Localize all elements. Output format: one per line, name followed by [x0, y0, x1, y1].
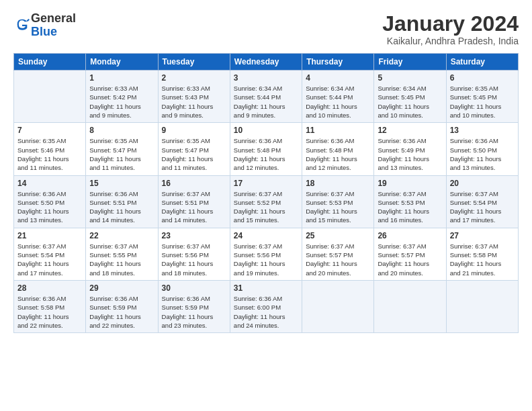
day-number: 8	[89, 126, 154, 135]
header-friday: Friday	[374, 54, 446, 71]
cell-info: Sunrise: 6:37 AM Sunset: 5:52 PM Dayligh…	[234, 189, 298, 225]
cell-info: Sunrise: 6:33 AM Sunset: 5:42 PM Dayligh…	[89, 84, 154, 120]
cell-info: Sunrise: 6:37 AM Sunset: 5:53 PM Dayligh…	[378, 189, 442, 225]
header-row: SundayMondayTuesdayWednesdayThursdayFrid…	[14, 54, 519, 71]
calendar-cell: 14Sunrise: 6:36 AM Sunset: 5:50 PM Dayli…	[14, 175, 86, 228]
calendar-cell: 24Sunrise: 6:37 AM Sunset: 5:56 PM Dayli…	[230, 228, 302, 280]
day-number: 5	[378, 73, 442, 83]
week-row-4: 28Sunrise: 6:36 AM Sunset: 5:58 PM Dayli…	[14, 280, 519, 332]
calendar-cell: 4Sunrise: 6:34 AM Sunset: 5:44 PM Daylig…	[302, 71, 374, 123]
logo-blue: Blue	[31, 25, 57, 38]
day-number: 29	[89, 283, 154, 293]
logo-general: General	[31, 11, 76, 25]
cell-info: Sunrise: 6:36 AM Sunset: 6:00 PM Dayligh…	[234, 294, 298, 330]
day-number: 9	[162, 126, 226, 135]
calendar-cell: 10Sunrise: 6:36 AM Sunset: 5:48 PM Dayli…	[230, 123, 302, 175]
cell-info: Sunrise: 6:35 AM Sunset: 5:45 PM Dayligh…	[450, 84, 515, 120]
calendar-cell: 31Sunrise: 6:36 AM Sunset: 6:00 PM Dayli…	[230, 280, 302, 332]
cell-info: Sunrise: 6:36 AM Sunset: 5:49 PM Dayligh…	[378, 136, 442, 172]
cell-info: Sunrise: 6:35 AM Sunset: 5:47 PM Dayligh…	[162, 136, 226, 172]
title-block: January 2024 Kaikalur, Andhra Pradesh, I…	[382, 12, 519, 46]
calendar-cell: 16Sunrise: 6:37 AM Sunset: 5:51 PM Dayli…	[158, 175, 230, 228]
calendar-cell: 3Sunrise: 6:34 AM Sunset: 5:44 PM Daylig…	[230, 71, 302, 123]
day-number: 15	[89, 179, 154, 188]
calendar-cell: 9Sunrise: 6:35 AM Sunset: 5:47 PM Daylig…	[158, 123, 230, 175]
day-number: 7	[17, 126, 82, 135]
page: General Blue January 2024 Kaikalur, Andh…	[0, 0, 532, 340]
calendar-cell: 20Sunrise: 6:37 AM Sunset: 5:54 PM Dayli…	[446, 175, 518, 228]
calendar-cell: 13Sunrise: 6:36 AM Sunset: 5:50 PM Dayli…	[446, 123, 518, 175]
header-monday: Monday	[86, 54, 158, 71]
week-row-2: 14Sunrise: 6:36 AM Sunset: 5:50 PM Dayli…	[14, 175, 519, 228]
day-number: 25	[306, 231, 370, 240]
week-row-0: 1Sunrise: 6:33 AM Sunset: 5:42 PM Daylig…	[14, 71, 519, 123]
calendar-cell	[446, 280, 518, 332]
day-number: 28	[17, 283, 82, 293]
day-number: 11	[306, 126, 370, 135]
day-number: 17	[234, 179, 298, 188]
day-number: 20	[450, 179, 515, 188]
day-number: 1	[89, 73, 154, 83]
day-number: 21	[17, 231, 82, 240]
day-number: 18	[306, 179, 370, 188]
header-thursday: Thursday	[302, 54, 374, 71]
header: General Blue January 2024 Kaikalur, Andh…	[13, 12, 519, 46]
day-number: 31	[234, 283, 298, 293]
cell-info: Sunrise: 6:37 AM Sunset: 5:51 PM Dayligh…	[162, 189, 226, 225]
day-number: 4	[306, 73, 370, 83]
cell-info: Sunrise: 6:35 AM Sunset: 5:47 PM Dayligh…	[89, 136, 154, 172]
cell-info: Sunrise: 6:37 AM Sunset: 5:57 PM Dayligh…	[378, 242, 442, 277]
day-number: 19	[378, 179, 442, 188]
header-wednesday: Wednesday	[230, 54, 302, 71]
cell-info: Sunrise: 6:37 AM Sunset: 5:54 PM Dayligh…	[450, 189, 515, 225]
logo-icon	[15, 17, 30, 32]
cell-info: Sunrise: 6:36 AM Sunset: 5:50 PM Dayligh…	[17, 189, 82, 225]
calendar-cell: 25Sunrise: 6:37 AM Sunset: 5:57 PM Dayli…	[302, 228, 374, 280]
header-tuesday: Tuesday	[158, 54, 230, 71]
calendar-cell: 29Sunrise: 6:36 AM Sunset: 5:59 PM Dayli…	[86, 280, 158, 332]
cell-info: Sunrise: 6:36 AM Sunset: 5:59 PM Dayligh…	[162, 294, 226, 330]
month-title: January 2024	[382, 12, 519, 36]
calendar-cell: 7Sunrise: 6:35 AM Sunset: 5:46 PM Daylig…	[14, 123, 86, 175]
cell-info: Sunrise: 6:36 AM Sunset: 5:48 PM Dayligh…	[234, 136, 298, 172]
calendar-cell: 2Sunrise: 6:33 AM Sunset: 5:43 PM Daylig…	[158, 71, 230, 123]
calendar-cell: 5Sunrise: 6:34 AM Sunset: 5:45 PM Daylig…	[374, 71, 446, 123]
calendar-cell: 8Sunrise: 6:35 AM Sunset: 5:47 PM Daylig…	[86, 123, 158, 175]
calendar-cell: 15Sunrise: 6:36 AM Sunset: 5:51 PM Dayli…	[86, 175, 158, 228]
calendar-table: SundayMondayTuesdayWednesdayThursdayFrid…	[13, 53, 519, 333]
calendar-cell: 18Sunrise: 6:37 AM Sunset: 5:53 PM Dayli…	[302, 175, 374, 228]
cell-info: Sunrise: 6:37 AM Sunset: 5:56 PM Dayligh…	[234, 242, 298, 277]
week-row-1: 7Sunrise: 6:35 AM Sunset: 5:46 PM Daylig…	[14, 123, 519, 175]
calendar-cell: 28Sunrise: 6:36 AM Sunset: 5:58 PM Dayli…	[14, 280, 86, 332]
day-number: 3	[234, 73, 298, 83]
day-number: 14	[17, 179, 82, 188]
day-number: 12	[378, 126, 442, 135]
day-number: 30	[162, 283, 226, 293]
cell-info: Sunrise: 6:36 AM Sunset: 5:48 PM Dayligh…	[306, 136, 370, 172]
cell-info: Sunrise: 6:37 AM Sunset: 5:54 PM Dayligh…	[17, 242, 82, 277]
calendar-cell: 21Sunrise: 6:37 AM Sunset: 5:54 PM Dayli…	[14, 228, 86, 280]
day-number: 13	[450, 126, 515, 135]
logo: General Blue	[13, 12, 76, 39]
calendar-cell	[302, 280, 374, 332]
calendar-cell	[374, 280, 446, 332]
day-number: 27	[450, 231, 515, 240]
cell-info: Sunrise: 6:35 AM Sunset: 5:46 PM Dayligh…	[17, 136, 82, 172]
cell-info: Sunrise: 6:37 AM Sunset: 5:57 PM Dayligh…	[306, 242, 370, 277]
cell-info: Sunrise: 6:36 AM Sunset: 5:51 PM Dayligh…	[89, 189, 154, 225]
cell-info: Sunrise: 6:37 AM Sunset: 5:56 PM Dayligh…	[162, 242, 226, 277]
day-number: 10	[234, 126, 298, 135]
calendar-cell: 26Sunrise: 6:37 AM Sunset: 5:57 PM Dayli…	[374, 228, 446, 280]
cell-info: Sunrise: 6:36 AM Sunset: 5:58 PM Dayligh…	[17, 294, 82, 330]
cell-info: Sunrise: 6:37 AM Sunset: 5:55 PM Dayligh…	[89, 242, 154, 277]
calendar-cell: 17Sunrise: 6:37 AM Sunset: 5:52 PM Dayli…	[230, 175, 302, 228]
calendar-cell: 27Sunrise: 6:37 AM Sunset: 5:58 PM Dayli…	[446, 228, 518, 280]
calendar-cell: 1Sunrise: 6:33 AM Sunset: 5:42 PM Daylig…	[86, 71, 158, 123]
day-number: 24	[234, 231, 298, 240]
calendar-cell	[14, 71, 86, 123]
calendar-cell: 19Sunrise: 6:37 AM Sunset: 5:53 PM Dayli…	[374, 175, 446, 228]
calendar-cell: 12Sunrise: 6:36 AM Sunset: 5:49 PM Dayli…	[374, 123, 446, 175]
day-number: 23	[162, 231, 226, 240]
cell-info: Sunrise: 6:36 AM Sunset: 5:59 PM Dayligh…	[89, 294, 154, 330]
cell-info: Sunrise: 6:34 AM Sunset: 5:44 PM Dayligh…	[306, 84, 370, 120]
